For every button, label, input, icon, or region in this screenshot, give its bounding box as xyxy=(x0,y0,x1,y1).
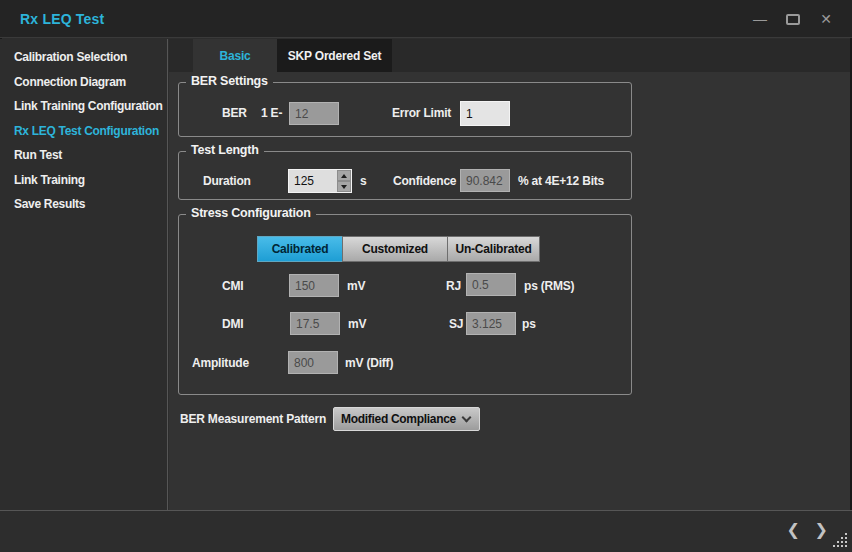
tab-skp-ordered-set[interactable]: SKP Ordered Set xyxy=(277,39,392,72)
footer-bar: ❮ ❯ xyxy=(0,510,852,552)
stress-configuration-title: Stress Configuration xyxy=(186,206,316,220)
sidebar-item-save-results[interactable]: Save Results xyxy=(0,192,167,217)
cmi-input xyxy=(289,274,339,297)
dmi-label: DMI xyxy=(222,317,243,331)
confidence-label: Confidence xyxy=(393,174,456,188)
app-window: Rx LEQ Test — ✕ Calibration Selection Co… xyxy=(0,0,852,552)
confidence-suffix: % at 4E+12 Bits xyxy=(518,174,604,188)
rj-unit: ps (RMS) xyxy=(524,279,574,293)
amplitude-unit: mV (Diff) xyxy=(345,356,393,370)
tab-basic[interactable]: Basic xyxy=(193,39,277,72)
cmi-unit: mV xyxy=(347,279,365,293)
ber-measurement-pattern-label: BER Measurement Pattern xyxy=(180,412,326,426)
chevron-down-icon xyxy=(462,412,472,422)
rj-input xyxy=(466,273,516,296)
dmi-input xyxy=(290,312,340,335)
cmi-label: CMI xyxy=(222,279,243,293)
titlebar: Rx LEQ Test — ✕ xyxy=(0,0,852,38)
confidence-input xyxy=(460,169,510,192)
error-limit-label: Error Limit xyxy=(392,106,451,120)
resize-grip[interactable] xyxy=(833,533,847,547)
duration-stepper[interactable] xyxy=(288,169,352,193)
minimize-icon[interactable]: — xyxy=(752,12,768,26)
customized-button[interactable]: Customized xyxy=(342,236,448,262)
sj-unit: ps xyxy=(522,317,536,331)
dropdown-selected-value: Modified Compliance xyxy=(334,412,463,426)
sj-input xyxy=(466,312,516,335)
main-panel: Basic SKP Ordered Set BER Settings BER 1… xyxy=(169,39,850,510)
sidebar-item-rx-leq-test-configuration[interactable]: Rx LEQ Test Configuration xyxy=(0,119,167,144)
maximize-icon[interactable] xyxy=(786,14,800,25)
sidebar: Calibration Selection Connection Diagram… xyxy=(0,39,168,510)
window-title: Rx LEQ Test xyxy=(20,11,104,27)
ber-exponent-prefix: 1 E- xyxy=(261,106,282,120)
duration-spin-buttons xyxy=(337,170,351,192)
duration-label: Duration xyxy=(203,174,251,188)
rj-label: RJ xyxy=(446,279,461,293)
amplitude-input xyxy=(288,351,338,374)
sidebar-item-calibration-selection[interactable]: Calibration Selection xyxy=(0,45,167,70)
previous-page-icon[interactable]: ❮ xyxy=(787,520,800,539)
sidebar-item-link-training[interactable]: Link Training xyxy=(0,168,167,193)
ber-settings-title: BER Settings xyxy=(186,74,273,88)
test-length-title: Test Length xyxy=(186,143,264,157)
un-calibrated-button[interactable]: Un-Calibrated xyxy=(447,236,540,262)
ber-measurement-pattern-dropdown[interactable]: Modified Compliance xyxy=(333,407,480,431)
close-icon[interactable]: ✕ xyxy=(818,12,834,26)
calibrated-button[interactable]: Calibrated xyxy=(257,236,343,262)
sj-label: SJ xyxy=(449,317,463,331)
stress-mode-buttons: Calibrated Customized Un-Calibrated xyxy=(257,236,540,262)
sidebar-item-run-test[interactable]: Run Test xyxy=(0,143,167,168)
duration-unit: s xyxy=(360,174,366,188)
error-limit-input[interactable] xyxy=(460,101,510,126)
ber-label: BER xyxy=(222,106,247,120)
amplitude-label: Amplitude xyxy=(192,356,249,370)
duration-input[interactable] xyxy=(289,170,337,192)
sidebar-item-link-training-configuration[interactable]: Link Training Configuration xyxy=(0,94,167,119)
spin-down-icon[interactable] xyxy=(337,181,351,192)
next-page-icon[interactable]: ❯ xyxy=(815,520,828,539)
sidebar-item-connection-diagram[interactable]: Connection Diagram xyxy=(0,70,167,95)
ber-exponent-input xyxy=(289,102,339,125)
spin-up-icon[interactable] xyxy=(337,170,351,181)
dmi-unit: mV xyxy=(348,317,366,331)
window-controls: — ✕ xyxy=(752,0,834,38)
